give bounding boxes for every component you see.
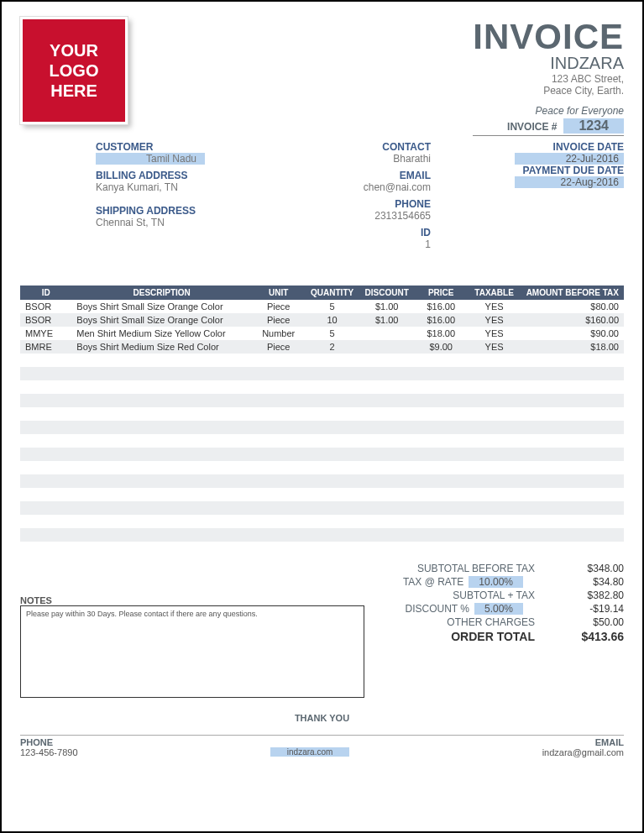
footer-phone: PHONE 123-456-7890 — [20, 737, 78, 757]
cell-taxable: YES — [468, 340, 521, 354]
contact-id-label: ID — [272, 227, 431, 238]
contact-column: CONTACT Bharathi EMAIL chen@nai.com PHON… — [272, 141, 456, 255]
totals-section: NOTES Please pay within 30 Days. Please … — [20, 562, 624, 698]
contact-value: Bharathi — [272, 153, 431, 165]
footer-website-wrap: indzara.com — [78, 746, 542, 757]
notes-column: NOTES Please pay within 30 Days. Please … — [20, 562, 373, 698]
cell-id: BSOR — [20, 300, 71, 313]
footer-email-label: EMAIL — [542, 737, 624, 747]
other-charges-row: OTHER CHARGES $50.00 — [373, 616, 624, 629]
cell-unit: Piece — [252, 340, 305, 354]
cell-id: MMYE — [20, 327, 71, 340]
cell-price: $9.00 — [415, 340, 468, 354]
header: YOUR LOGO HERE INVOICE INDZARA 123 ABC S… — [20, 17, 624, 136]
col-amount: AMOUNT BEFORE TAX — [521, 286, 624, 300]
cell-unit: Piece — [252, 313, 305, 327]
table-row-empty — [20, 367, 624, 380]
table-row: BSORBoys Shirt Small Size Orange ColorPi… — [20, 300, 624, 313]
table-row: MMYEMen Shirt Medium Size Yellow ColorNu… — [20, 327, 624, 340]
col-description: DESCRIPTION — [71, 286, 252, 300]
cell-amount: $160.00 — [521, 313, 624, 327]
shipping-value: Chennai St, TN — [96, 217, 272, 228]
table-row-empty — [20, 501, 624, 515]
cell-amount: $90.00 — [521, 327, 624, 340]
cell-price: $16.00 — [415, 313, 468, 327]
invoice-number-value: 1234 — [563, 118, 624, 134]
tax-value: $34.80 — [540, 576, 624, 588]
billing-value: Kanya Kumari, TN — [96, 181, 272, 193]
table-row: BMREBoys Shirt Medium Size Red ColorPiec… — [20, 340, 624, 354]
info-block: CUSTOMER Tamil Nadu BILLING ADDRESS Kany… — [20, 141, 624, 255]
table-row: BSORBoys Shirt Small Size Orange ColorPi… — [20, 313, 624, 327]
notes-label: NOTES — [20, 595, 373, 605]
logo-text-2: LOGO — [50, 60, 99, 81]
tax-row: TAX @ RATE 10.00% $34.80 — [373, 575, 624, 589]
due-date-label: PAYMENT DUE DATE — [456, 165, 624, 176]
cell-discount: $1.00 — [359, 313, 415, 327]
tax-label: TAX @ RATE — [403, 576, 469, 588]
footer-website: indzara.com — [270, 747, 349, 757]
discount-pct: 5.00% — [474, 603, 523, 615]
table-row-empty — [20, 434, 624, 448]
shipping-label: SHIPPING ADDRESS — [96, 205, 272, 217]
cell-price: $16.00 — [415, 300, 468, 313]
cell-qty: 5 — [305, 300, 359, 313]
other-charges-value: $50.00 — [540, 616, 624, 628]
order-total-value: $413.66 — [540, 630, 624, 643]
billing-label: BILLING ADDRESS — [96, 170, 272, 181]
table-row-empty — [20, 394, 624, 407]
cell-unit: Number — [252, 327, 305, 340]
cell-id: BMRE — [20, 340, 71, 354]
customer-column: CUSTOMER Tamil Nadu BILLING ADDRESS Kany… — [20, 141, 272, 255]
phone-label: PHONE — [272, 198, 431, 210]
tagline: Peace for Everyone — [473, 105, 624, 117]
company-addr-1: 123 ABC Street, — [473, 73, 624, 85]
logo-text-1: YOUR — [50, 40, 98, 60]
cell-amount: $80.00 — [521, 300, 624, 313]
cell-qty: 2 — [305, 340, 359, 354]
footer-phone-label: PHONE — [20, 737, 78, 747]
order-total-label: ORDER TOTAL — [451, 630, 540, 643]
subtotal-value: $348.00 — [540, 563, 624, 574]
col-price: PRICE — [415, 286, 468, 300]
tax-rate-pct: 10.00% — [469, 576, 523, 588]
cell-taxable: YES — [468, 313, 521, 327]
order-total-row: ORDER TOTAL $413.66 — [373, 629, 624, 644]
cell-description: Boys Shirt Small Size Orange Color — [71, 313, 252, 327]
table-row-empty — [20, 515, 624, 528]
summary-column: SUBTOTAL BEFORE TAX $348.00 TAX @ RATE 1… — [373, 562, 624, 698]
subtotal-row: SUBTOTAL BEFORE TAX $348.00 — [373, 562, 624, 575]
phone-value: 2313154665 — [272, 210, 431, 222]
table-header-row: ID DESCRIPTION UNIT QUANTITY DISCOUNT PR… — [20, 286, 624, 300]
invoice-number-label: INVOICE # — [507, 121, 557, 133]
col-discount: DISCOUNT — [359, 286, 415, 300]
contact-label: CONTACT — [272, 141, 431, 153]
discount-label: DISCOUNT % — [406, 603, 474, 615]
table-row-empty — [20, 488, 624, 501]
cell-taxable: YES — [468, 327, 521, 340]
invoice-title: INVOICE — [473, 17, 624, 57]
subtotal-label: SUBTOTAL BEFORE TAX — [417, 563, 540, 574]
table-row-empty — [20, 461, 624, 474]
due-date-value: 22-Aug-2016 — [515, 176, 624, 188]
notes-box: Please pay within 30 Days. Please contac… — [20, 605, 364, 698]
footer-phone-value: 123-456-7890 — [20, 747, 78, 757]
cell-description: Boys Shirt Medium Size Red Color — [71, 340, 252, 354]
col-id: ID — [20, 286, 71, 300]
invoice-number-row: INVOICE # 1234 — [473, 118, 624, 136]
table-row-empty — [20, 474, 624, 488]
table-row-empty — [20, 407, 624, 421]
header-right: INVOICE INDZARA 123 ABC Street, Peace Ci… — [473, 17, 624, 136]
thank-you: THANK YOU — [20, 713, 624, 723]
cell-price: $18.00 — [415, 327, 468, 340]
cell-discount — [359, 340, 415, 354]
discount-row: DISCOUNT % 5.00% -$19.14 — [373, 602, 624, 616]
customer-name: Tamil Nadu — [96, 153, 205, 165]
table-row-empty — [20, 354, 624, 367]
invoice-page: YOUR LOGO HERE INVOICE INDZARA 123 ABC S… — [0, 0, 644, 833]
logo-placeholder: YOUR LOGO HERE — [20, 17, 128, 124]
invoice-date-label: INVOICE DATE — [456, 141, 624, 153]
table-row-empty — [20, 542, 624, 555]
footer-email-value: indzara@gmail.com — [542, 747, 624, 757]
subtotal-tax-row: SUBTOTAL + TAX $382.80 — [373, 589, 624, 602]
